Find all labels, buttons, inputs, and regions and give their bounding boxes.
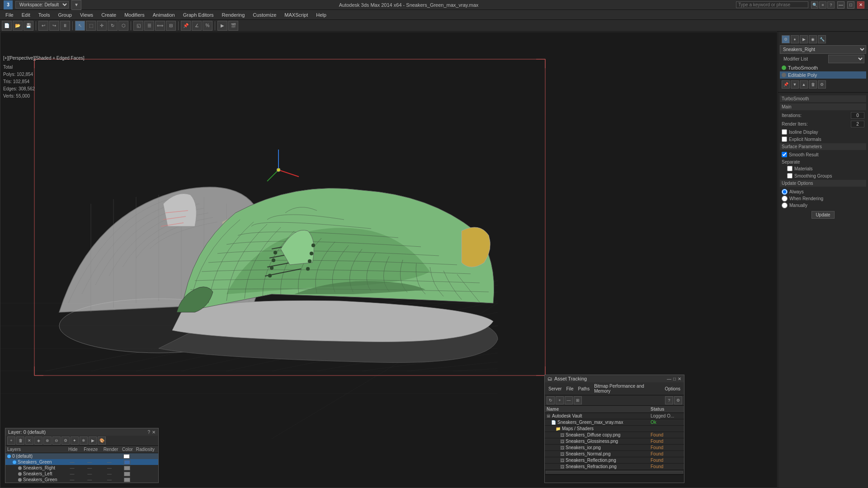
menu-tools[interactable]: Tools — [35, 11, 54, 19]
layer-row[interactable]: Sneakers_Right — — — — [5, 465, 158, 471]
layer-row[interactable]: Sneakers_Green — — — — [5, 477, 158, 483]
search-icon[interactable]: 🔍 — [811, 1, 818, 9]
panel-icon-hierarchy[interactable]: ♦ — [791, 35, 799, 43]
menu-modifiers[interactable]: Modifiers — [121, 11, 148, 19]
asset-menu-paths[interactable]: Paths — [576, 386, 592, 392]
workspace-selector[interactable]: Workspace: Default — [15, 1, 69, 9]
toolbar-select[interactable]: ↖ — [75, 21, 85, 31]
asset-expand-btn[interactable]: + — [556, 396, 564, 404]
layer-color-cell[interactable] — [119, 466, 135, 470]
smooth-result-checkbox[interactable] — [782, 152, 787, 157]
asset-row[interactable]: 🖼 Sneakers_Diffuse copy.png Found — [545, 432, 684, 438]
iterations-input[interactable] — [851, 112, 864, 119]
panel-icon-modifier[interactable]: ⚙ — [782, 35, 790, 43]
menu-file[interactable]: File — [2, 11, 17, 19]
toolbar-align[interactable]: ⊟ — [166, 21, 176, 31]
layer-row[interactable]: Sneakers_Green — — — — [5, 459, 158, 465]
asset-row[interactable]: 🖼 Sneakers_ior.png Found — [545, 445, 684, 451]
modifier-nav-delete[interactable]: 🗑 — [809, 80, 817, 89]
modifier-nav-configure[interactable]: ⚙ — [818, 80, 826, 89]
layer-color-cell[interactable] — [119, 454, 134, 459]
toolbar-reference[interactable]: ◱ — [133, 21, 143, 31]
toolbar-percent-snap[interactable]: % — [203, 21, 212, 31]
layer-color-cell[interactable] — [119, 472, 135, 476]
menu-animation[interactable]: Animation — [149, 11, 179, 19]
toolbar-scale[interactable]: ⬡ — [118, 21, 128, 31]
menu-graph-editors[interactable]: Graph Editors — [179, 11, 217, 19]
menu-group[interactable]: Group — [54, 11, 75, 19]
layer-remove-obj-btn[interactable]: ⊖ — [52, 436, 61, 445]
modifier-nav-prev[interactable]: ▲ — [800, 80, 808, 89]
toolbar-snap-toggle[interactable]: 📌 — [181, 21, 191, 31]
asset-panel-minimize[interactable]: — — [667, 376, 671, 381]
menu-maxscript[interactable]: MAXScript — [281, 11, 311, 19]
object-name-dropdown[interactable]: Sneakers_Right — [780, 45, 866, 54]
layer-x-btn[interactable]: ✕ — [25, 436, 33, 445]
menu-customize[interactable]: Customize — [249, 11, 280, 19]
isoline-checkbox[interactable] — [782, 129, 787, 135]
layer-delete-btn[interactable]: 🗑 — [16, 436, 24, 445]
asset-row[interactable]: 🖼 Sneakers_Normal.png Found — [545, 451, 684, 457]
layer-highlight-btn[interactable]: ✦ — [71, 436, 79, 445]
layer-color-cell[interactable] — [119, 478, 135, 482]
modifier-list-dropdown[interactable] — [828, 55, 864, 63]
menu-help[interactable]: Help — [312, 11, 330, 19]
toolbar-open[interactable]: 📂 — [13, 21, 23, 31]
asset-menu-file[interactable]: File — [564, 386, 575, 392]
toolbar-mirror[interactable]: ⟺ — [155, 21, 165, 31]
modifier-turbosmooth[interactable]: TurboSmooth — [780, 64, 866, 71]
layer-panel-help[interactable]: ? — [147, 430, 150, 435]
modifier-nav-pin[interactable]: 📌 — [782, 80, 790, 89]
toolbar-move[interactable]: ✛ — [97, 21, 107, 31]
layer-color-cell[interactable] — [119, 460, 135, 465]
asset-refresh-btn[interactable]: ↻ — [547, 396, 555, 404]
modifier-nav-next[interactable]: ▼ — [791, 80, 799, 89]
render-iters-input[interactable] — [851, 121, 864, 127]
asset-help-btn[interactable]: ? — [665, 396, 673, 404]
toolbar-select-region[interactable]: ⬚ — [86, 21, 96, 31]
toolbar-redo[interactable]: ↪ — [49, 21, 59, 31]
panel-icon-display[interactable]: ◉ — [809, 35, 817, 43]
smoothing-groups-checkbox[interactable] — [787, 173, 793, 178]
manually-radio[interactable] — [782, 202, 788, 208]
asset-row[interactable]: 🖼 Sneakers_Glossiness.png Found — [545, 438, 684, 445]
explicit-normals-checkbox[interactable] — [782, 136, 787, 142]
maximize-button[interactable]: □ — [847, 1, 854, 9]
asset-menu-server[interactable]: Server — [547, 386, 563, 392]
always-radio[interactable] — [782, 189, 788, 195]
viewport[interactable]: [+][Perspective][Shaded + Edged Faces] T… — [0, 32, 778, 488]
asset-panel-maximize[interactable]: □ — [673, 376, 676, 381]
scrollbar-track[interactable] — [546, 471, 683, 474]
asset-row[interactable]: 🏛 Autodesk Vault Logged O... — [545, 413, 684, 419]
asset-row[interactable]: 🖼 Sneakers_Refraction.png Found — [545, 464, 684, 470]
asset-row[interactable]: 📁 Maps / Shaders — [545, 426, 684, 432]
asset-grid-view-btn[interactable]: ⊞ — [574, 396, 582, 404]
toolbar-rotate[interactable]: ↻ — [108, 21, 118, 31]
layer-select-btn[interactable]: ◈ — [34, 436, 42, 445]
asset-panel-close[interactable]: ✕ — [678, 376, 681, 381]
menu-rendering[interactable]: Rendering — [218, 11, 249, 19]
asset-row[interactable]: 📄 Sneakers_Green_max_vray.max Ok — [545, 419, 684, 426]
asset-row[interactable]: 🖼 Sneakers_Reflection.png Found — [545, 457, 684, 464]
toolbar-layer[interactable]: ☰ — [144, 21, 154, 31]
toolbar-render-frame[interactable]: 🎬 — [228, 21, 238, 31]
layer-add-obj-btn[interactable]: ⊕ — [43, 436, 52, 445]
layer-color-btn[interactable]: 🎨 — [98, 436, 106, 445]
search-help-icon[interactable]: ? — [827, 1, 835, 9]
layer-render-btn[interactable]: ▶ — [89, 436, 97, 445]
toolbar-undo[interactable]: ↩ — [38, 21, 48, 31]
asset-menu-bitmap[interactable]: Bitmap Performance and Memory — [592, 383, 662, 394]
menu-create[interactable]: Create — [98, 11, 120, 19]
update-button[interactable]: Update — [811, 211, 834, 219]
minimize-button[interactable]: — — [837, 1, 844, 9]
materials-checkbox[interactable] — [787, 166, 793, 171]
layer-row[interactable]: Sneakers_Left — — — — [5, 471, 158, 477]
toolbar-hold[interactable]: ⏸ — [60, 21, 70, 31]
toolbar-save[interactable]: 💾 — [24, 21, 33, 31]
layer-settings-btn[interactable]: ⚙ — [61, 436, 70, 445]
layer-freeze-btn[interactable]: ❄ — [80, 436, 88, 445]
workspace-dropdown-btn[interactable]: ▼ — [71, 0, 81, 10]
when-rendering-radio[interactable] — [782, 196, 788, 202]
close-button[interactable]: ✕ — [857, 1, 864, 9]
search-options-icon[interactable]: ≡ — [819, 1, 826, 9]
